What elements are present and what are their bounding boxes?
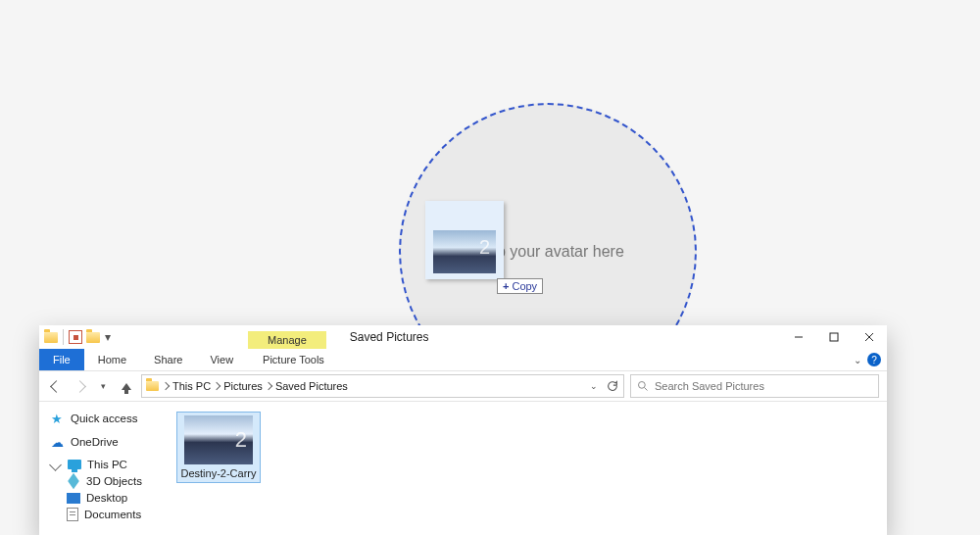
back-button[interactable] xyxy=(47,377,65,395)
monitor-icon xyxy=(68,460,81,469)
quick-access-toolbar: ▾ xyxy=(39,325,113,349)
document-icon xyxy=(67,508,78,521)
breadcrumb-pictures[interactable]: Pictures xyxy=(223,380,271,392)
refresh-icon[interactable] xyxy=(606,379,619,393)
navigation-bar: ▾ This PC Pictures Saved Pictures ⌄ xyxy=(39,371,887,402)
close-button[interactable] xyxy=(852,325,887,349)
sidebar-item-onedrive[interactable]: ☁ OneDrive xyxy=(39,433,165,451)
up-button[interactable] xyxy=(118,377,135,395)
breadcrumb-saved-pictures[interactable]: Saved Pictures xyxy=(275,380,348,392)
drag-copy-badge: + Copy xyxy=(497,278,543,294)
sidebar-item-this-pc[interactable]: This PC xyxy=(39,457,165,472)
file-name-label[interactable]: Destiny-2-Carry xyxy=(180,467,256,479)
thumbnail-image xyxy=(433,230,496,273)
recent-locations-button[interactable]: ▾ xyxy=(94,377,112,395)
search-input[interactable] xyxy=(655,375,872,397)
properties-icon[interactable] xyxy=(68,329,83,345)
sidebar-item-desktop[interactable]: Desktop xyxy=(39,490,165,506)
tab-file[interactable]: File xyxy=(39,349,84,370)
breadcrumb-sep xyxy=(162,382,170,390)
star-icon: ★ xyxy=(51,412,65,425)
file-item-selected[interactable]: 2 Destiny-2-Carry xyxy=(176,412,261,483)
divider xyxy=(63,329,64,345)
window-controls xyxy=(781,325,887,349)
minimize-button[interactable] xyxy=(781,325,816,349)
cube-icon xyxy=(67,474,80,488)
sidebar-item-documents[interactable]: Documents xyxy=(39,506,165,523)
qat-customize[interactable]: ▾ xyxy=(103,329,113,345)
sidebar-item-quick-access[interactable]: ★ Quick access xyxy=(39,410,165,427)
address-bar[interactable]: This PC Pictures Saved Pictures ⌄ xyxy=(141,374,624,398)
ribbon-collapse-icon[interactable]: ⌄ xyxy=(854,355,861,365)
svg-rect-1 xyxy=(830,333,838,341)
addr-folder-icon xyxy=(146,381,159,391)
svg-point-4 xyxy=(639,382,646,389)
search-icon xyxy=(637,380,649,392)
contextual-tab-group: Manage xyxy=(248,325,326,349)
cloud-icon: ☁ xyxy=(51,435,65,449)
search-box[interactable] xyxy=(630,374,879,398)
svg-line-5 xyxy=(645,388,648,391)
tab-picture-tools[interactable]: Picture Tools xyxy=(249,349,338,370)
window-title: Saved Pictures xyxy=(350,330,429,344)
breadcrumb-this-pc[interactable]: This PC xyxy=(172,380,220,392)
folder-icon xyxy=(43,329,59,345)
maximize-button[interactable] xyxy=(816,325,852,349)
file-thumbnail: 2 xyxy=(184,415,253,464)
tab-view[interactable]: View xyxy=(196,349,247,370)
file-pane[interactable]: 2 Destiny-2-Carry xyxy=(165,402,887,535)
content-area: ★ Quick access ☁ OneDrive This PC 3 xyxy=(39,402,887,535)
titlebar: ▾ Manage Saved Pictures xyxy=(39,325,887,349)
sidebar-item-3d-objects[interactable]: 3D Objects xyxy=(39,472,165,490)
navigation-pane: ★ Quick access ☁ OneDrive This PC 3 xyxy=(39,402,165,535)
copy-label: Copy xyxy=(512,280,537,292)
tab-home[interactable]: Home xyxy=(84,349,140,370)
desktop-icon xyxy=(67,493,80,504)
new-folder-icon[interactable] xyxy=(85,329,101,345)
addr-dropdown-icon[interactable]: ⌄ xyxy=(590,381,598,391)
explorer-window: ▾ Manage Saved Pictures File Home Share … xyxy=(39,325,887,535)
dragging-file-thumbnail[interactable] xyxy=(425,201,504,279)
forward-button[interactable] xyxy=(71,377,88,395)
chevron-down-icon[interactable] xyxy=(49,459,62,471)
plus-icon: + xyxy=(503,280,509,292)
contextual-tab-manage[interactable]: Manage xyxy=(248,331,326,349)
ribbon-tabs: File Home Share View Picture Tools ⌄ ? xyxy=(39,349,887,371)
help-icon[interactable]: ? xyxy=(867,353,881,366)
tab-share[interactable]: Share xyxy=(140,349,196,370)
